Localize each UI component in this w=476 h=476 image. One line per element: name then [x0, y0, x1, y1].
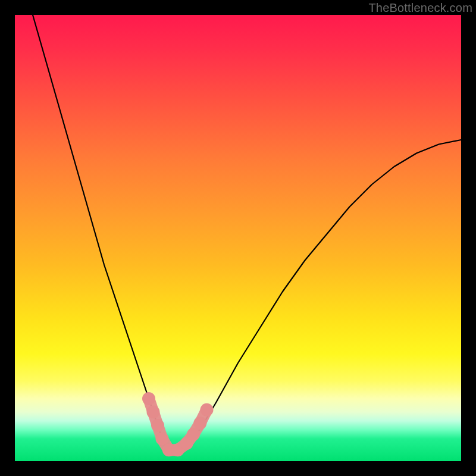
marker-dot [151, 419, 164, 432]
chart-overlay [0, 0, 476, 476]
marker-dot [201, 403, 214, 416]
bottleneck-curve-line [33, 15, 461, 452]
marker-dot [193, 416, 206, 430]
marker-dot [147, 406, 160, 419]
marker-dot [187, 428, 200, 441]
marker-dots [142, 392, 214, 456]
marker-dot [156, 433, 169, 446]
marker-dot [142, 392, 155, 405]
